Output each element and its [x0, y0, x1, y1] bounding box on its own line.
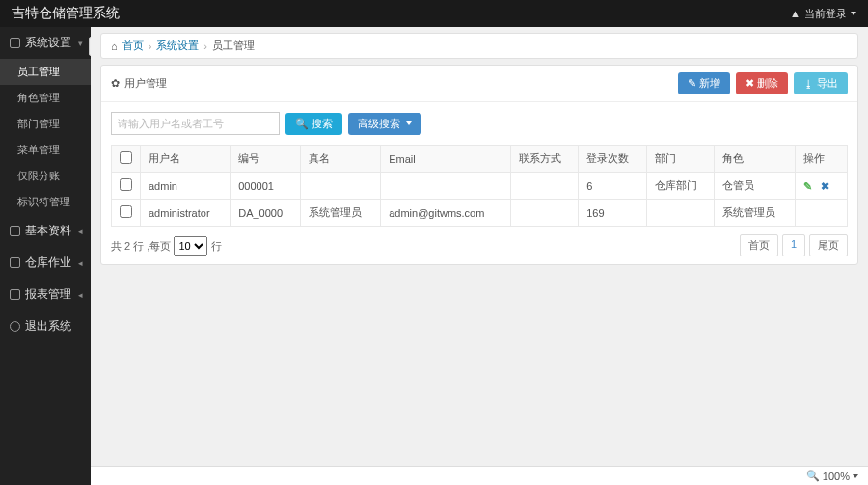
- caret-down-icon: [851, 12, 856, 15]
- current-login-dropdown[interactable]: ▲ 当前登录: [790, 7, 856, 21]
- page-number[interactable]: 1: [782, 234, 805, 256]
- cell-realname: [300, 173, 380, 200]
- menu-title-report[interactable]: 报表管理 ◂: [0, 279, 91, 310]
- bookmark-icon: [10, 226, 20, 236]
- sidebar-item-role[interactable]: 角色管理: [0, 85, 91, 111]
- breadcrumb-home[interactable]: 首页: [122, 39, 144, 53]
- cell-contact: [510, 173, 579, 200]
- th-dept: 部门: [646, 146, 715, 173]
- sidebar-item-staff[interactable]: 员工管理: [0, 59, 91, 85]
- sidebar-item-dept[interactable]: 部门管理: [0, 111, 91, 137]
- sidebar-item-menu[interactable]: 菜单管理: [0, 137, 91, 163]
- user-icon: [10, 321, 20, 332]
- breadcrumb-sep: ›: [149, 40, 152, 52]
- panel-heading: ✿ 用户管理 ✎ 新增 ✖ 删除 ⭳ 导出: [101, 66, 857, 102]
- search-icon: 🔍: [295, 118, 309, 130]
- sidebar-item-identifier[interactable]: 标识符管理: [0, 189, 91, 215]
- gear-icon: ✿: [111, 77, 120, 90]
- th-email: Email: [381, 146, 510, 173]
- cell-email: admin@gitwms.com: [381, 200, 510, 227]
- content-area: ⌂ 首页 › 系统设置 › 员工管理 ✿ 用户管理 ✎ 新增 ✖ 删除: [91, 27, 868, 485]
- delete-icon[interactable]: ✖: [821, 180, 832, 192]
- add-label: 新增: [699, 76, 720, 91]
- delete-label: 删除: [757, 76, 778, 91]
- user-icon: ▲: [790, 8, 800, 19]
- home-icon: ⌂: [111, 40, 118, 52]
- panel-actions: ✎ 新增 ✖ 删除 ⭳ 导出: [678, 72, 848, 94]
- th-action: 操作: [795, 146, 847, 173]
- cell-dept: 仓库部门: [646, 173, 715, 200]
- menu-title-label: 基本资料: [25, 223, 71, 239]
- summary-mid: 行 ,每页: [133, 240, 171, 252]
- rows-per-page-select[interactable]: 10: [174, 236, 207, 256]
- th-realname: 真名: [300, 146, 380, 173]
- zoom-icon: 🔍: [806, 470, 820, 482]
- chevron-left-icon: ◂: [78, 258, 83, 268]
- login-label: 当前登录: [804, 7, 847, 21]
- menu-title-exit[interactable]: 退出系统: [0, 310, 91, 342]
- cell-contact: [510, 200, 579, 227]
- page-last[interactable]: 尾页: [809, 234, 848, 256]
- caret-down-icon: [406, 121, 412, 125]
- table-footer: 共 2 行 ,每页 10 行 首页 1 尾页: [101, 227, 857, 264]
- user-table: 用户名 编号 真名 Email 联系方式 登录次数 部门 角色 操作 admin…: [111, 145, 848, 227]
- menu-title-label: 系统设置: [25, 35, 71, 51]
- zoom-level: 100%: [823, 471, 850, 482]
- summary-suffix: 行: [211, 240, 222, 252]
- add-button[interactable]: ✎ 新增: [678, 72, 730, 94]
- pager: 首页 1 尾页: [740, 234, 848, 256]
- table-row: administrator DA_0000 系统管理员 admin@gitwms…: [112, 200, 848, 227]
- menu-title-label: 退出系统: [25, 318, 71, 335]
- sidebar: ◄ 系统设置 ▾ 员工管理 角色管理 部门管理 菜单管理 仅限分账 标识符管理 …: [0, 27, 91, 485]
- status-bar: 🔍 100%: [91, 466, 868, 485]
- trash-icon: ✖: [746, 77, 754, 90]
- cell-logins: 169: [579, 200, 647, 227]
- row-checkbox[interactable]: [120, 205, 132, 218]
- breadcrumb-mid[interactable]: 系统设置: [156, 39, 199, 53]
- cell-username: administrator: [141, 200, 231, 227]
- export-button[interactable]: ⭳ 导出: [794, 72, 848, 94]
- menu-title-system[interactable]: 系统设置 ▾: [0, 27, 91, 59]
- top-navbar: 吉特仓储管理系统 ▲ 当前登录: [0, 0, 868, 27]
- chevron-down-icon: ▾: [78, 39, 83, 48]
- cell-email: [381, 173, 510, 200]
- cell-username: admin: [141, 173, 231, 200]
- cell-role: 仓管员: [715, 173, 795, 200]
- advanced-label: 高级搜索: [358, 117, 400, 131]
- cell-code: 000001: [231, 173, 301, 200]
- breadcrumb: ⌂ 首页 › 系统设置 › 员工管理: [100, 33, 858, 59]
- th-contact: 联系方式: [510, 146, 579, 173]
- advanced-search-button[interactable]: 高级搜索: [348, 113, 421, 135]
- delete-button[interactable]: ✖ 删除: [736, 72, 788, 94]
- summary-count: 2: [124, 240, 130, 252]
- page-first[interactable]: 首页: [740, 234, 778, 256]
- caret-down-icon[interactable]: [853, 474, 858, 478]
- th-role: 角色: [715, 146, 795, 173]
- menu-title-warehouse[interactable]: 仓库作业 ◂: [0, 247, 91, 279]
- summary-prefix: 共: [111, 240, 122, 252]
- panel-title: ✿ 用户管理: [111, 76, 167, 91]
- select-all-checkbox[interactable]: [120, 151, 132, 164]
- edit-icon[interactable]: ✎: [803, 180, 815, 192]
- breadcrumb-sep: ›: [203, 40, 207, 52]
- th-code: 编号: [231, 146, 301, 173]
- menu-title-basic[interactable]: 基本资料 ◂: [0, 215, 91, 247]
- search-label: 搜索: [312, 117, 333, 131]
- export-icon: ⭳: [803, 78, 814, 90]
- summary: 共 2 行 ,每页 10 行: [111, 236, 222, 256]
- menu-group-system: 系统设置 ▾ 员工管理 角色管理 部门管理 菜单管理 仅限分账 标识符管理: [0, 27, 91, 215]
- search-input[interactable]: [111, 112, 280, 135]
- search-button[interactable]: 🔍 搜索: [285, 113, 342, 135]
- cell-role: 系统管理员: [715, 200, 795, 227]
- row-actions: ✎ ✖: [803, 180, 839, 192]
- th-username: 用户名: [141, 146, 231, 173]
- export-label: 导出: [817, 76, 838, 91]
- cell-dept: [646, 200, 715, 227]
- row-checkbox[interactable]: [120, 178, 132, 191]
- menu-title-label: 仓库作业: [25, 255, 71, 271]
- user-panel: ✿ 用户管理 ✎ 新增 ✖ 删除 ⭳ 导出 🔍: [100, 65, 858, 265]
- panel-title-text: 用户管理: [124, 76, 167, 91]
- th-logins: 登录次数: [579, 146, 647, 173]
- sidebar-item-limit[interactable]: 仅限分账: [0, 163, 91, 189]
- chevron-left-icon: ◂: [78, 290, 83, 300]
